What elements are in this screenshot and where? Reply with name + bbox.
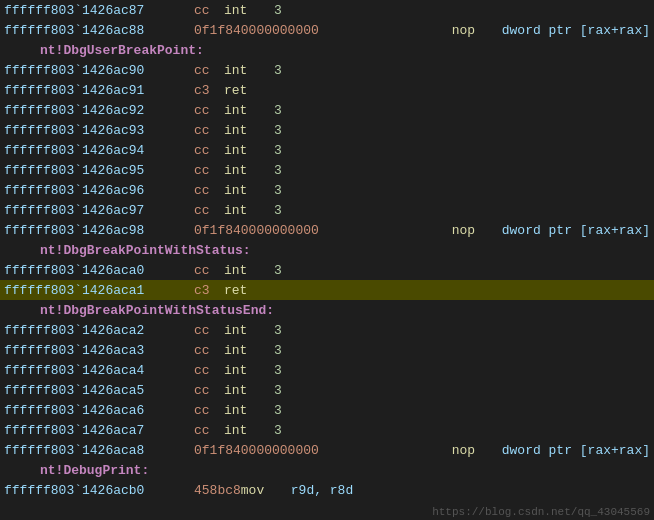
mnemonic: int bbox=[224, 263, 274, 278]
bytes: cc bbox=[194, 363, 224, 378]
operand: 3 bbox=[274, 403, 282, 418]
operand: 3 bbox=[274, 263, 282, 278]
table-row: ffffff803`1426ac90 cc int 3 bbox=[0, 60, 654, 80]
mnemonic: int bbox=[224, 63, 274, 78]
operand: 3 bbox=[274, 3, 282, 18]
table-row: ffffff803`1426aca2 cc int 3 bbox=[0, 320, 654, 340]
table-row: ffffff803`1426ac98 0f1f840000000000 nop … bbox=[0, 220, 654, 240]
table-row: ffffff803`1426ac95 cc int 3 bbox=[0, 160, 654, 180]
mnemonic: mov bbox=[241, 483, 291, 498]
mnemonic: int bbox=[224, 323, 274, 338]
table-row: nt!DbgBreakPointWithStatus: bbox=[0, 240, 654, 260]
bytes: cc bbox=[194, 403, 224, 418]
bytes: 0f1f840000000000 bbox=[194, 23, 444, 38]
table-row: ffffff803`1426ac91 c3 ret bbox=[0, 80, 654, 100]
mnemonic: nop bbox=[452, 223, 502, 238]
table-row: ffffff803`1426aca0 cc int 3 bbox=[0, 260, 654, 280]
bytes: c3 bbox=[194, 283, 224, 298]
table-row: nt!DbgUserBreakPoint: bbox=[0, 40, 654, 60]
mnemonic: int bbox=[224, 103, 274, 118]
bytes: cc bbox=[194, 103, 224, 118]
mnemonic: int bbox=[224, 3, 274, 18]
table-row: ffffff803`1426ac96 cc int 3 bbox=[0, 180, 654, 200]
table-row: ffffff803`1426ac97 cc int 3 bbox=[0, 200, 654, 220]
table-row: ffffff803`1426aca7 cc int 3 bbox=[0, 420, 654, 440]
mnemonic: int bbox=[224, 163, 274, 178]
label-text: nt!DebugPrint: bbox=[40, 463, 149, 478]
address: ffffff803`1426aca5 bbox=[4, 383, 194, 398]
address: ffffff803`1426ac95 bbox=[4, 163, 194, 178]
label-text: nt!DbgBreakPointWithStatus: bbox=[40, 243, 251, 258]
bytes: cc bbox=[194, 143, 224, 158]
table-row: nt!DbgBreakPointWithStatusEnd: bbox=[0, 300, 654, 320]
bytes: 0f1f840000000000 bbox=[194, 443, 444, 458]
mnemonic: int bbox=[224, 363, 274, 378]
table-row: ffffff803`1426aca3 cc int 3 bbox=[0, 340, 654, 360]
address: ffffff803`1426aca2 bbox=[4, 323, 194, 338]
mnemonic: int bbox=[224, 423, 274, 438]
bytes: 0f1f840000000000 bbox=[194, 223, 444, 238]
mnemonic: nop bbox=[452, 23, 502, 38]
bytes: cc bbox=[194, 123, 224, 138]
table-row: ffffff803`1426aca1 c3 ret bbox=[0, 280, 654, 300]
table-row: ffffff803`1426acb0 458bc8 mov r9d, r8d bbox=[0, 480, 654, 500]
table-row: ffffff803`1426aca6 cc int 3 bbox=[0, 400, 654, 420]
operand: dword ptr [rax+rax] bbox=[502, 23, 650, 38]
bytes: cc bbox=[194, 63, 224, 78]
address: ffffff803`1426acb0 bbox=[4, 483, 194, 498]
table-row: ffffff803`1426aca4 cc int 3 bbox=[0, 360, 654, 380]
operand: 3 bbox=[274, 423, 282, 438]
label-text: nt!DbgUserBreakPoint: bbox=[40, 43, 204, 58]
table-row: ffffff803`1426ac93 cc int 3 bbox=[0, 120, 654, 140]
operand: 3 bbox=[274, 363, 282, 378]
address: ffffff803`1426ac96 bbox=[4, 183, 194, 198]
operand: 3 bbox=[274, 143, 282, 158]
operand: 3 bbox=[274, 103, 282, 118]
table-row: ffffff803`1426aca8 0f1f840000000000 nop … bbox=[0, 440, 654, 460]
operand: dword ptr [rax+rax] bbox=[502, 223, 650, 238]
table-row: ffffff803`1426ac92 cc int 3 bbox=[0, 100, 654, 120]
operand: r9d, r8d bbox=[291, 483, 353, 498]
bytes: cc bbox=[194, 3, 224, 18]
bytes: cc bbox=[194, 343, 224, 358]
mnemonic: int bbox=[224, 383, 274, 398]
mnemonic: int bbox=[224, 343, 274, 358]
address: ffffff803`1426ac88 bbox=[4, 23, 194, 38]
bytes: cc bbox=[194, 163, 224, 178]
address: ffffff803`1426ac98 bbox=[4, 223, 194, 238]
operand: 3 bbox=[274, 123, 282, 138]
address: ffffff803`1426aca6 bbox=[4, 403, 194, 418]
table-row: ffffff803`1426ac87 cc int 3 bbox=[0, 0, 654, 20]
bytes: cc bbox=[194, 323, 224, 338]
operand: 3 bbox=[274, 383, 282, 398]
bytes: cc bbox=[194, 383, 224, 398]
watermark: https://blog.csdn.net/qq_43045569 bbox=[432, 506, 650, 518]
address: ffffff803`1426aca7 bbox=[4, 423, 194, 438]
mnemonic: int bbox=[224, 143, 274, 158]
bytes: 458bc8 bbox=[194, 483, 241, 498]
mnemonic: int bbox=[224, 403, 274, 418]
address: ffffff803`1426aca0 bbox=[4, 263, 194, 278]
operand: 3 bbox=[274, 323, 282, 338]
mnemonic: int bbox=[224, 123, 274, 138]
bytes: cc bbox=[194, 183, 224, 198]
address: ffffff803`1426aca8 bbox=[4, 443, 194, 458]
bytes: cc bbox=[194, 423, 224, 438]
address: ffffff803`1426ac94 bbox=[4, 143, 194, 158]
bytes: c3 bbox=[194, 83, 224, 98]
operand: 3 bbox=[274, 183, 282, 198]
operand: 3 bbox=[274, 343, 282, 358]
address: ffffff803`1426aca3 bbox=[4, 343, 194, 358]
address: ffffff803`1426ac97 bbox=[4, 203, 194, 218]
table-row: ffffff803`1426ac88 0f1f840000000000 nop … bbox=[0, 20, 654, 40]
table-row: nt!DebugPrint: bbox=[0, 460, 654, 480]
address: ffffff803`1426ac93 bbox=[4, 123, 194, 138]
mnemonic: ret bbox=[224, 83, 247, 98]
address: ffffff803`1426ac91 bbox=[4, 83, 194, 98]
mnemonic: int bbox=[224, 203, 274, 218]
disasm-container: ffffff803`1426ac87 cc int 3 ffffff803`14… bbox=[0, 0, 654, 520]
bytes: cc bbox=[194, 203, 224, 218]
table-row: ffffff803`1426ac94 cc int 3 bbox=[0, 140, 654, 160]
address: ffffff803`1426ac87 bbox=[4, 3, 194, 18]
address: ffffff803`1426aca1 bbox=[4, 283, 194, 298]
